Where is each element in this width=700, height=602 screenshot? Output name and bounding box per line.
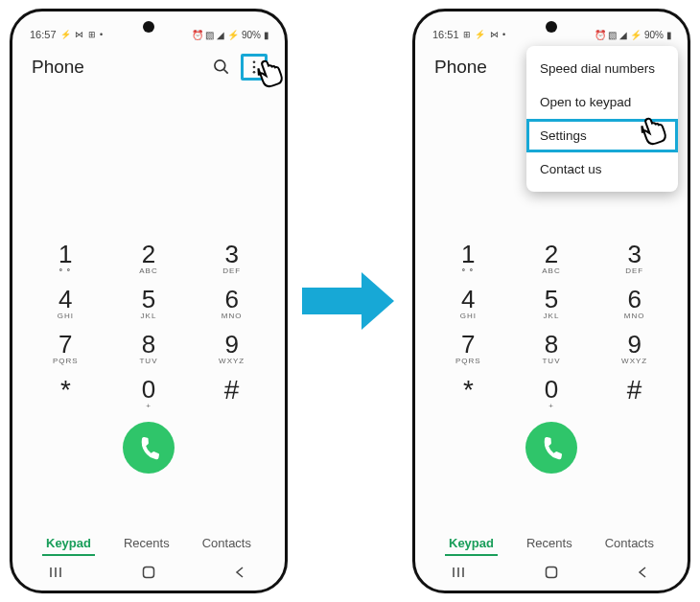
menu-item-speed-dial[interactable]: Speed dial numbers xyxy=(526,52,678,85)
android-navbar xyxy=(415,560,688,585)
phone-screenshot-step-1: 16:57 ⚡ ⋈ ⊞ • ⏰ ▧ ◢ ⚡ 90% ▮ Phone xyxy=(10,9,288,593)
svg-point-3 xyxy=(253,66,256,69)
key-6[interactable]: 6MNO xyxy=(198,287,266,320)
phone-screenshot-step-2: 16:51 ⊞ ⚡ ⋈ • ⏰ ▧ ◢ ⚡ 90% ▮ Phone Speed … xyxy=(412,9,690,593)
key-hash[interactable]: # xyxy=(601,377,668,410)
status-right-icons: ⏰ ▧ ◢ ⚡ xyxy=(192,30,239,40)
menu-item-open-keypad[interactable]: Open to keypad xyxy=(526,85,678,119)
key-3[interactable]: 3DEF xyxy=(198,242,266,275)
key-8[interactable]: 8TUV xyxy=(115,332,182,365)
tab-keypad[interactable]: Keypad xyxy=(445,530,498,556)
svg-point-0 xyxy=(215,60,225,71)
tab-contacts[interactable]: Contacts xyxy=(601,530,658,556)
key-hash[interactable]: # xyxy=(198,377,266,410)
key-5[interactable]: 5JKL xyxy=(115,287,182,320)
tab-contacts[interactable]: Contacts xyxy=(198,530,255,556)
key-3[interactable]: 3DEF xyxy=(601,242,668,275)
key-8[interactable]: 8TUV xyxy=(518,332,585,365)
tab-recents[interactable]: Recents xyxy=(523,530,576,556)
key-1[interactable]: 1⚬⚬ xyxy=(32,242,99,275)
clock: 16:57 xyxy=(30,29,57,40)
front-camera xyxy=(143,21,154,33)
tab-keypad[interactable]: Keypad xyxy=(42,530,95,556)
svg-point-2 xyxy=(253,60,256,63)
key-0[interactable]: 0+ xyxy=(115,377,182,410)
key-2[interactable]: 2ABC xyxy=(115,242,182,275)
bottom-tabs: Keypad Recents Contacts xyxy=(415,530,688,556)
search-icon[interactable] xyxy=(208,54,235,81)
home-nav-icon[interactable] xyxy=(543,564,560,581)
recents-nav-icon[interactable] xyxy=(452,564,469,581)
status-right-icons: ⏰ ▧ ◢ ⚡ xyxy=(595,30,642,40)
step-arrow-icon xyxy=(302,272,398,330)
volume-button xyxy=(287,127,288,186)
dial-keypad: 1⚬⚬ 2ABC 3DEF 4GHI 5JKL 6MNO 7PQRS 8TUV … xyxy=(415,242,688,474)
status-left-icons: ⚡ ⋈ ⊞ • xyxy=(60,30,105,39)
clock: 16:51 xyxy=(432,29,459,40)
home-nav-icon[interactable] xyxy=(140,564,157,581)
battery-percent: 90% xyxy=(644,30,664,40)
key-1[interactable]: 1⚬⚬ xyxy=(434,242,502,275)
key-5[interactable]: 5JKL xyxy=(518,287,585,320)
call-button[interactable] xyxy=(123,422,175,474)
overflow-menu: Speed dial numbers Open to keypad Settin… xyxy=(526,46,678,192)
front-camera xyxy=(546,21,557,33)
menu-item-settings[interactable]: Settings xyxy=(526,119,678,152)
key-4[interactable]: 4GHI xyxy=(32,287,99,320)
svg-line-1 xyxy=(224,70,228,74)
key-2[interactable]: 2ABC xyxy=(518,242,585,275)
page-title: Phone xyxy=(32,57,84,78)
key-4[interactable]: 4GHI xyxy=(434,287,502,320)
more-options-icon[interactable] xyxy=(241,54,268,81)
battery-icon: ▮ xyxy=(264,30,269,40)
android-navbar xyxy=(12,560,285,585)
key-7[interactable]: 7PQRS xyxy=(434,332,502,365)
battery-percent: 90% xyxy=(242,30,261,40)
status-left-icons: ⊞ ⚡ ⋈ • xyxy=(463,30,507,39)
app-header: Phone xyxy=(12,40,285,88)
key-9[interactable]: 9WXYZ xyxy=(198,332,266,365)
svg-rect-12 xyxy=(546,567,556,578)
bottom-tabs: Keypad Recents Contacts xyxy=(12,530,285,556)
key-0[interactable]: 0+ xyxy=(518,377,585,410)
key-star[interactable]: * xyxy=(434,377,502,410)
battery-icon: ▮ xyxy=(666,30,672,40)
key-star[interactable]: * xyxy=(32,377,99,410)
recents-nav-icon[interactable] xyxy=(49,564,66,581)
key-9[interactable]: 9WXYZ xyxy=(601,332,668,365)
back-nav-icon[interactable] xyxy=(231,564,248,581)
volume-button xyxy=(689,127,690,186)
page-title: Phone xyxy=(434,57,487,78)
call-button[interactable] xyxy=(525,422,577,474)
power-button xyxy=(689,198,690,237)
svg-rect-8 xyxy=(143,567,153,578)
power-button xyxy=(287,198,288,237)
back-nav-icon[interactable] xyxy=(634,564,651,581)
svg-point-4 xyxy=(253,71,256,74)
dial-keypad: 1⚬⚬ 2ABC 3DEF 4GHI 5JKL 6MNO 7PQRS 8TUV … xyxy=(12,242,285,474)
menu-item-contact-us[interactable]: Contact us xyxy=(526,152,678,186)
tab-recents[interactable]: Recents xyxy=(120,530,174,556)
key-6[interactable]: 6MNO xyxy=(601,287,668,320)
key-7[interactable]: 7PQRS xyxy=(32,332,99,365)
